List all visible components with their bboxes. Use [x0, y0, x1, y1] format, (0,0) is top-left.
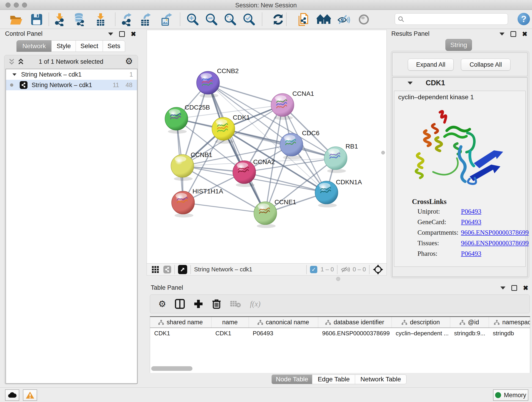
network-node-HIST1H1A[interactable] — [172, 191, 195, 217]
zoom-in-icon — [186, 13, 199, 26]
refresh-icon — [272, 13, 284, 26]
import-table-file-button[interactable] — [93, 12, 108, 27]
network-node-CCNB2[interactable] — [196, 71, 220, 98]
export-image-button[interactable] — [159, 12, 173, 27]
tab-style[interactable]: Style — [51, 40, 76, 52]
show-all-button[interactable] — [356, 12, 371, 27]
table-horizontal-scrollbar[interactable] — [151, 366, 192, 371]
crosslink-compartments-link[interactable]: 9606.ENSP00000378699 — [461, 229, 529, 236]
table-row[interactable]: CDK1 CDK1 P06493 9606.ENSP00000378699 cy… — [150, 328, 530, 338]
selected-items-checkbox[interactable]: ✓ — [310, 266, 317, 273]
crosslink-tissues-link[interactable]: 9606.ENSP00000378699 — [461, 239, 529, 247]
panel-menu-icon[interactable] — [500, 32, 505, 36]
tab-network[interactable]: Network — [17, 40, 52, 52]
network-node-RB1[interactable] — [324, 147, 347, 173]
show-home-panel-button[interactable] — [317, 12, 331, 27]
function-builder-button-disabled: f(x) — [250, 300, 260, 308]
results-panel-title: Results Panel — [391, 30, 430, 37]
collapse-all-networks-button[interactable] — [8, 58, 15, 65]
apply-layout-button[interactable] — [271, 12, 285, 27]
eye-slash-icon — [337, 14, 350, 25]
table-options-gear-icon[interactable]: ⚙ — [158, 300, 166, 308]
tab-edge-table[interactable]: Edge Table — [312, 375, 355, 384]
network-row[interactable]: String Network – cdk1 11 48 — [6, 80, 137, 90]
show-columns-icon[interactable] — [175, 299, 185, 309]
hidden-eye-slash-icon[interactable] — [341, 266, 350, 273]
import-network-file-button[interactable] — [52, 12, 67, 27]
detach-view-button[interactable] — [178, 265, 187, 274]
tab-string-results[interactable]: String — [445, 39, 472, 51]
tab-node-table[interactable]: Node Table — [272, 375, 312, 384]
zoom-fit-button[interactable] — [223, 12, 237, 27]
table-header-row[interactable]: shared name name canonical name database… — [150, 317, 530, 328]
footer-separator — [174, 265, 175, 274]
horizontal-splitter-handle[interactable] — [336, 277, 340, 281]
clone-network-file-icon — [298, 13, 310, 26]
cell-shared-name: CDK1 — [150, 328, 211, 338]
cloud-status-button[interactable] — [5, 389, 19, 401]
open-session-button[interactable] — [9, 12, 24, 27]
float-panel-icon[interactable] — [510, 31, 516, 37]
save-session-button[interactable] — [29, 12, 44, 27]
collapse-all-button[interactable]: Collapse All — [461, 59, 510, 70]
close-panel-icon[interactable]: ✖ — [522, 32, 527, 36]
expand-all-button[interactable]: Expand All — [408, 59, 454, 70]
float-panel-icon[interactable] — [511, 285, 517, 291]
network-node-CCNB1[interactable] — [171, 154, 194, 181]
birdseye-crosshair-icon[interactable] — [373, 264, 383, 275]
protein-structure-image — [412, 103, 504, 195]
zoom-out-button[interactable] — [204, 12, 219, 27]
node-label-CCNB1: CCNB1 — [191, 151, 212, 158]
add-column-plus-icon[interactable] — [194, 299, 203, 309]
panel-menu-icon[interactable] — [108, 32, 113, 36]
warnings-button[interactable] — [23, 389, 37, 401]
new-network-from-selection-button[interactable] — [296, 12, 311, 27]
col-canonical-name: canonical name — [249, 317, 318, 328]
selected-node-edge-counts: 1 – 0 — [321, 266, 334, 273]
crosslink-genecard-link[interactable]: P06493 — [461, 218, 481, 226]
export-network-button[interactable] — [120, 12, 134, 27]
network-options-gear-icon[interactable]: ⚙ — [125, 57, 133, 65]
expand-all-networks-button[interactable] — [17, 58, 24, 65]
gene-section-expander-icon[interactable] — [408, 82, 413, 85]
col-name: name — [211, 317, 249, 328]
float-panel-icon[interactable] — [119, 31, 125, 37]
hide-selected-button[interactable] — [336, 12, 351, 27]
collection-expander-icon[interactable] — [12, 73, 17, 76]
close-panel-icon[interactable]: ✖ — [523, 286, 528, 290]
search-input[interactable] — [404, 15, 508, 23]
crosslink-label: GeneCard: — [418, 218, 446, 226]
crosslink-pharos-link[interactable]: P06493 — [461, 250, 481, 257]
string-network-graph[interactable]: CCNB2CCNA1CDC25BCDK1CDC6RB1CCNB1CCNA2CDK… — [147, 30, 386, 263]
import-network-icon — [53, 13, 66, 26]
node-table[interactable]: shared name name canonical name database… — [150, 316, 530, 373]
network-node-CCNA1[interactable] — [271, 94, 294, 120]
help-button[interactable]: ? — [518, 13, 530, 25]
network-node-CDC25B[interactable] — [165, 107, 188, 134]
vertical-splitter-handle[interactable] — [380, 150, 386, 155]
toolbar-separator — [286, 13, 287, 26]
tree-column-icon — [402, 320, 407, 325]
network-collection-row[interactable]: String Network – cdk1 1 — [6, 69, 137, 80]
tab-select[interactable]: Select — [76, 40, 103, 52]
network-node-CDKN1A[interactable] — [315, 181, 338, 207]
zoom-selected-button[interactable] — [241, 12, 256, 27]
cell-description: cyclin–dependent ... — [392, 328, 450, 338]
grid-view-button[interactable] — [152, 266, 159, 273]
network-canvas[interactable]: CCNB2CCNA1CDC25BCDK1CDC6RB1CCNB1CCNA2CDK… — [147, 30, 387, 264]
network-node-CCNE1[interactable] — [254, 202, 277, 228]
close-panel-icon[interactable]: ✖ — [131, 32, 136, 36]
crosslink-uniprot-link[interactable]: P06493 — [461, 208, 481, 215]
delete-trash-icon[interactable] — [212, 299, 221, 309]
memory-status-button[interactable]: Memory — [493, 389, 528, 401]
export-table-button[interactable] — [138, 12, 153, 27]
import-network-database-button[interactable] — [72, 12, 87, 27]
table-panel-title: Table Panel — [151, 284, 183, 291]
node-label-CDK1: CDK1 — [233, 114, 250, 121]
zoom-in-button[interactable] — [185, 12, 200, 27]
tab-sets[interactable]: Sets — [103, 40, 125, 52]
network-view-icon[interactable] — [163, 266, 171, 274]
tab-network-table[interactable]: Network Table — [355, 375, 406, 384]
cell-name: CDK1 — [211, 328, 249, 338]
panel-menu-icon[interactable] — [500, 287, 505, 289]
